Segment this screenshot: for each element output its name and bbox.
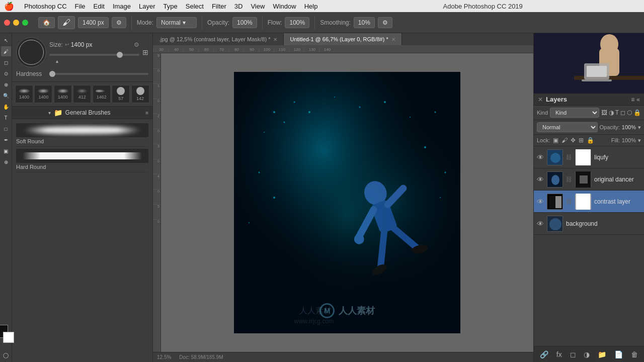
layer-item-liqufy[interactable]: 👁 ⛓ liqufy <box>534 146 644 168</box>
brush-item-soft-round[interactable]: Soft Round <box>16 121 148 147</box>
layer-visibility-background[interactable]: 👁 <box>537 220 544 228</box>
menu-filter[interactable]: Filter <box>212 3 226 10</box>
move-tool[interactable]: ↖ <box>1 35 11 45</box>
menu-edit[interactable]: Edit <box>94 3 105 10</box>
panel-close-btn[interactable]: ✕ <box>538 96 543 103</box>
layers-collapse-btn[interactable]: « <box>636 96 640 103</box>
add-group-btn[interactable]: 📁 <box>596 348 608 360</box>
kind-adjustment-icon[interactable]: ◑ <box>609 109 614 116</box>
blend-mode-select[interactable]: Normal <box>537 122 598 132</box>
canvas-document[interactable]: 人人素材 www.rrjcg.com M 人人素材 <box>234 72 460 333</box>
home-button[interactable]: 🏠 <box>38 17 55 28</box>
brush-thumb-5[interactable]: 57 <box>112 85 130 103</box>
lasso-tool[interactable]: ⊙ <box>1 68 11 78</box>
menu-view[interactable]: View <box>251 3 265 10</box>
crop-tool[interactable]: ⊕ <box>1 79 11 89</box>
size-reset-icon[interactable]: ↩ <box>65 42 69 47</box>
menu-window[interactable]: Window <box>273 3 296 10</box>
brush-thumb-0[interactable]: 1400 <box>15 85 33 103</box>
delete-layer-btn[interactable]: 🗑 <box>629 348 640 360</box>
hardness-slider[interactable] <box>49 73 148 75</box>
layer-visibility-liqufy[interactable]: 👁 <box>537 153 544 161</box>
brush-size-value[interactable]: 1400 px <box>78 17 109 28</box>
general-brushes-header[interactable]: ▾ 📁 General Brushes ≡ <box>12 106 152 119</box>
ruler-mark: 80 <box>228 47 244 52</box>
brush-thumb-4[interactable]: 1462 <box>93 85 111 103</box>
lock-transparent-icon[interactable]: ▣ <box>553 137 558 144</box>
layer-visibility-dancer[interactable]: 👁 <box>537 175 544 184</box>
layers-menu-btn[interactable]: ≡ <box>631 96 634 103</box>
lock-all-icon[interactable]: 🔒 <box>587 137 594 144</box>
zoom-tool[interactable]: 🔍 <box>1 90 11 101</box>
lock-position-icon[interactable]: ✥ <box>571 137 576 144</box>
lock-artboard-icon[interactable]: ⊞ <box>579 137 584 144</box>
smoothing-settings-button[interactable]: ⚙ <box>378 17 392 28</box>
menu-3d[interactable]: 3D <box>234 3 243 10</box>
type-tool[interactable]: T <box>1 113 11 123</box>
size-settings-icon[interactable]: ⚙ <box>134 41 139 48</box>
kind-lock-filter-icon[interactable]: 🔒 <box>633 109 641 116</box>
expand-brush-btn[interactable]: ⊞ <box>142 48 148 56</box>
ruler-v-mark: 5 <box>153 204 160 219</box>
color-swatches[interactable] <box>0 325 17 347</box>
layer-item-original-dancer[interactable]: 👁 ⛓ original dancer <box>534 168 644 191</box>
background-color[interactable] <box>3 332 14 343</box>
quick-mask-btn[interactable]: ◯ <box>1 350 11 360</box>
brush-thumb-1[interactable]: 1400 <box>34 85 52 103</box>
brush-thumb-2[interactable]: 1400 <box>54 85 72 103</box>
menu-file[interactable]: File <box>75 3 86 10</box>
menu-image[interactable]: Image <box>113 3 131 10</box>
menu-select[interactable]: Select <box>186 3 204 10</box>
layer-chain-contrast: ⛓ <box>566 198 572 205</box>
gradient-tool[interactable]: ▣ <box>1 146 11 156</box>
kind-select[interactable]: Kind <box>550 108 599 118</box>
lock-paint-icon[interactable]: 🖌 <box>561 137 568 144</box>
flow-value[interactable]: 100% <box>285 17 309 28</box>
pen-tool[interactable]: ✒ <box>1 135 11 145</box>
heal-tool[interactable]: ⊕ <box>1 157 11 167</box>
menu-type[interactable]: Type <box>164 3 178 10</box>
tab-1[interactable]: Untitled-1 @ 66,7% (Layer 0, RGB/8#) * ✕ <box>284 33 401 45</box>
menu-layer[interactable]: Layer <box>139 3 155 10</box>
maximize-button[interactable] <box>22 20 28 26</box>
apple-menu[interactable]: 🍎 <box>4 2 14 11</box>
add-adjustment-btn[interactable]: ◑ <box>582 348 592 360</box>
canvas-container[interactable]: 人人素材 www.rrjcg.com M 人人素材 <box>161 53 533 352</box>
layer-item-contrast[interactable]: 👁 ⛓ contrast layer <box>534 191 644 213</box>
close-button[interactable] <box>4 20 10 26</box>
kind-shape-icon[interactable]: ◻ <box>620 109 625 116</box>
tab-close-1[interactable]: ✕ <box>391 37 395 42</box>
smoothing-value[interactable]: 10% <box>354 17 375 28</box>
add-mask-btn[interactable]: ◻ <box>568 348 578 360</box>
tab-0[interactable]: .jpg @ 12,5% (contrast layer, Layer Mask… <box>153 33 284 45</box>
link-layers-btn[interactable]: 🔗 <box>538 348 550 360</box>
mode-select[interactable]: Normal ▾ <box>156 17 197 28</box>
size-slider[interactable] <box>49 54 139 56</box>
soft-round-stroke <box>23 126 142 134</box>
opacity-value[interactable]: 100% <box>232 17 257 28</box>
menu-help[interactable]: Help <box>304 3 318 10</box>
menu-photoshop[interactable]: Photoshop CC <box>24 3 67 10</box>
brush-tool[interactable]: 🖌 <box>1 46 11 56</box>
brush-tool-button[interactable]: 🖌 <box>58 16 75 29</box>
eraser-tool[interactable]: ◻ <box>1 57 11 67</box>
add-effect-btn[interactable]: fx <box>554 348 564 360</box>
brush-thumb-3[interactable]: 412 <box>73 85 91 103</box>
opacity-value[interactable]: 100% <box>622 124 636 130</box>
kind-pixel-icon[interactable]: 🖼 <box>601 109 607 116</box>
brush-item-hard-round[interactable]: Hard Round <box>16 147 148 172</box>
layer-item-background[interactable]: 👁 background <box>534 213 644 235</box>
fill-value[interactable]: 100% <box>622 137 636 143</box>
minimize-button[interactable] <box>13 20 19 26</box>
hand-tool[interactable]: ✋ <box>1 102 11 112</box>
add-layer-btn[interactable]: 📄 <box>612 348 625 360</box>
layer-visibility-contrast[interactable]: 👁 <box>537 198 544 206</box>
tab-close-0[interactable]: ✕ <box>273 37 277 42</box>
brush-size-label-0: 1400 <box>19 95 29 100</box>
brush-settings-button[interactable]: ⚙ <box>112 17 126 28</box>
kind-smart-icon[interactable]: ⬡ <box>627 109 632 116</box>
shape-tool[interactable]: □ <box>1 124 11 134</box>
brush-thumb-6[interactable]: 142 <box>131 85 149 103</box>
section-menu-icon[interactable]: ≡ <box>145 110 148 116</box>
kind-text-icon[interactable]: T <box>615 109 619 116</box>
